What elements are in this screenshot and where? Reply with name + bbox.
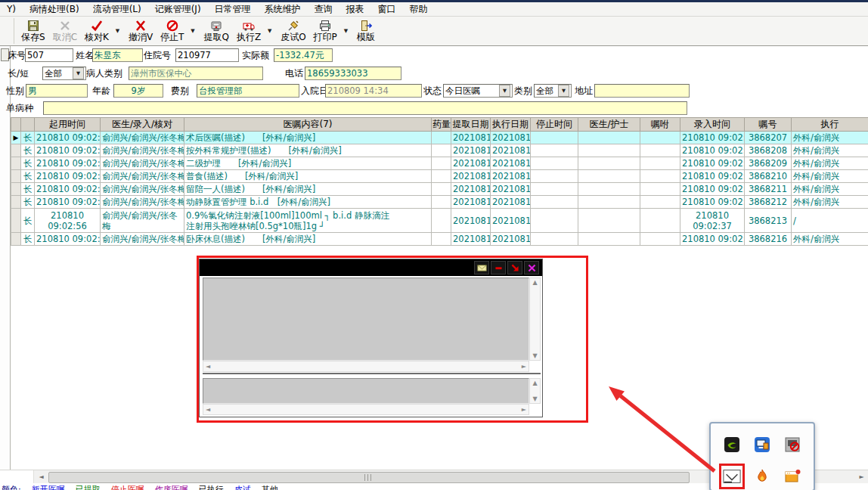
address-field[interactable] xyxy=(594,84,690,98)
menu-item[interactable]: 窗口 xyxy=(371,3,403,16)
toolbar-stop-button[interactable]: 停止T xyxy=(157,17,188,45)
toolbar-save-button[interactable]: 保存S xyxy=(17,17,49,45)
column-header[interactable]: 执行 xyxy=(792,118,868,132)
order-row[interactable]: 长210810 09:02:56俞润兴/俞润兴/张冬梅0.9%氯化钠注射液[10… xyxy=(11,209,868,233)
toolbar-extract-button[interactable]: 提取Q xyxy=(200,17,232,45)
chevron-down-icon[interactable]: ▼ xyxy=(73,67,84,79)
his-orders-window: Y)病情处理(B)流动管理(L)记账管理(J)日常管理系统维护查询报表窗口帮助 … xyxy=(0,0,868,490)
chevron-down-icon[interactable]: ▼ xyxy=(265,20,274,42)
column-header[interactable]: 药量 xyxy=(432,118,451,132)
column-header[interactable]: 录入时间 xyxy=(680,118,745,132)
order-row[interactable]: 长210810 09:02:56俞润兴/俞润兴/张冬梅动静脉置管护理 b.i.d… xyxy=(11,196,868,209)
order-cell xyxy=(531,183,578,196)
chevron-down-icon[interactable]: ▼ xyxy=(341,20,351,42)
menu-item[interactable]: 日常管理 xyxy=(208,3,258,16)
menu-item[interactable]: 病情处理(B) xyxy=(23,3,86,16)
gender-field[interactable]: 男 xyxy=(26,84,88,98)
long-short-select[interactable]: 全部▼ xyxy=(42,67,86,80)
order-cell: 外科/俞润兴 xyxy=(792,170,868,183)
toolbar-button-label: 皮试O xyxy=(281,32,305,42)
display-blocked-icon[interactable] xyxy=(783,436,801,454)
column-header[interactable]: 停止时间 xyxy=(531,118,578,132)
order-cell: 20210811 xyxy=(491,157,531,170)
admit-date-field: 210809 14:34 xyxy=(325,84,422,98)
pc-suite-icon[interactable] xyxy=(753,436,771,454)
column-header[interactable]: 提取日期 xyxy=(451,118,491,132)
toolbar-skintest-button[interactable]: 皮试O xyxy=(277,17,309,45)
check-icon xyxy=(91,20,103,32)
column-header[interactable]: 医嘱内容(7) xyxy=(184,118,432,132)
order-cell: 210810 09:02:37 xyxy=(680,132,745,144)
column-header[interactable] xyxy=(11,118,21,132)
order-cell xyxy=(432,183,451,196)
status-legend-fragment: 新开医嘱 xyxy=(32,485,65,490)
order-row[interactable]: 长210810 09:02:56俞润兴/俞润兴/张冬梅普食(描述) [外科/俞润… xyxy=(11,170,868,183)
chevron-down-icon[interactable]: ▼ xyxy=(113,20,122,42)
name-field[interactable]: 朱昱东 xyxy=(92,48,143,62)
order-cell: 210810 09:02:37 xyxy=(680,209,745,233)
order-cell: 20210811 xyxy=(451,196,491,209)
order-row[interactable]: 长210810 09:02:56俞润兴/俞润兴/张冬梅卧床休息(描述) [外科/… xyxy=(11,233,868,246)
order-row[interactable]: 长210810 09:02:56俞润兴/俞润兴/张冬梅二级护理 [外科/俞润兴]… xyxy=(11,157,868,170)
order-cell xyxy=(640,157,680,170)
name-label: 姓名 xyxy=(76,50,94,60)
chevron-down-icon[interactable]: ▼ xyxy=(499,85,510,97)
menu-item[interactable]: Y) xyxy=(0,4,23,14)
column-header[interactable]: 嘱咐 xyxy=(640,118,680,132)
scroll-right-icon[interactable]: ► xyxy=(855,471,868,482)
fee-type-field[interactable]: 台投管理部 xyxy=(197,84,299,98)
order-cell: 20210811 xyxy=(451,233,491,246)
status-legend-fragment: 已提取 xyxy=(76,485,101,490)
column-header[interactable]: 嘱号 xyxy=(745,118,792,132)
column-header[interactable]: 医生/录入/核对 xyxy=(101,118,184,132)
row-indicator xyxy=(11,144,21,157)
status-select[interactable]: 今日医嘱▼ xyxy=(443,84,513,98)
single-disease-label: 单病种 xyxy=(6,103,33,113)
menu-item[interactable]: 流动管理(L) xyxy=(86,3,148,16)
order-cell xyxy=(432,144,451,157)
type-select[interactable]: 全部▼ xyxy=(534,84,572,98)
menu-bar: Y)病情处理(B)流动管理(L)记账管理(J)日常管理系统维护查询报表窗口帮助 xyxy=(0,2,868,17)
toolbar-ambulance-button[interactable]: 执行Z xyxy=(233,17,265,45)
mail-tray-icon[interactable] xyxy=(723,467,741,485)
order-cell xyxy=(531,157,578,170)
column-header[interactable]: 起用时间 xyxy=(35,118,101,132)
bed-input[interactable]: 507 xyxy=(25,48,73,62)
menu-item[interactable]: 报表 xyxy=(339,3,371,16)
nvidia-icon[interactable] xyxy=(723,436,741,454)
column-header[interactable] xyxy=(21,118,35,132)
order-cell: 俞润兴/俞润兴/张冬梅 xyxy=(101,170,184,183)
menu-item[interactable]: 系统维护 xyxy=(258,3,308,16)
notification-window-icon[interactable] xyxy=(783,467,801,485)
scroll-left-icon[interactable]: ◄ xyxy=(35,471,48,482)
toolbar-template-button[interactable]: 模版 xyxy=(353,17,379,45)
order-cell: 俞润兴/俞润兴/张冬梅 xyxy=(101,157,184,170)
single-disease-field[interactable] xyxy=(43,101,687,115)
order-cell xyxy=(531,196,578,209)
order-cell: 20210811 xyxy=(491,132,531,144)
column-header[interactable]: 医生/护士 xyxy=(578,118,640,132)
chevron-down-icon[interactable]: ▼ xyxy=(188,20,197,42)
status-legend-fragment: 作废医嘱 xyxy=(155,485,188,490)
column-header[interactable]: 执行日期 xyxy=(491,118,531,132)
patient-category-field[interactable]: 漳州市医保中心 xyxy=(129,67,263,80)
chevron-down-icon[interactable]: ▼ xyxy=(558,85,569,97)
admission-no-input[interactable]: 210977 xyxy=(175,48,239,62)
toolbar-printer-button[interactable]: 打印P xyxy=(310,17,341,45)
flame-icon[interactable] xyxy=(753,467,771,485)
order-row[interactable]: ▶长210810 09:02:56俞润兴/俞润兴/张冬梅术后医嘱(描述) [外科… xyxy=(11,132,868,144)
order-row[interactable]: 长210810 09:02:56俞润兴/俞润兴/张冬梅留陪一人(描述) [外科/… xyxy=(11,183,868,196)
toolbar-button-label: 提取Q xyxy=(203,32,228,42)
toolbar-grip xyxy=(9,18,14,44)
order-row[interactable]: 长210810 09:02:56俞润兴/俞润兴/张冬梅按外科常规护理(描述) [… xyxy=(11,144,868,157)
scrollbar-thumb[interactable] xyxy=(48,472,690,483)
order-cell: 210810 09:02:37 xyxy=(680,144,745,157)
toolbar-check-button[interactable]: 核对K xyxy=(81,17,113,45)
order-cell: 外科/俞润兴 xyxy=(792,144,868,157)
phone-field[interactable]: 18659333033 xyxy=(305,67,401,80)
toolbar-undo-x-button[interactable]: 撤消V xyxy=(125,17,157,45)
menu-item[interactable]: 记账管理(J) xyxy=(148,3,208,16)
menu-item[interactable]: 帮助 xyxy=(403,3,435,16)
menu-item[interactable]: 查询 xyxy=(308,3,339,16)
order-cell xyxy=(578,233,640,246)
